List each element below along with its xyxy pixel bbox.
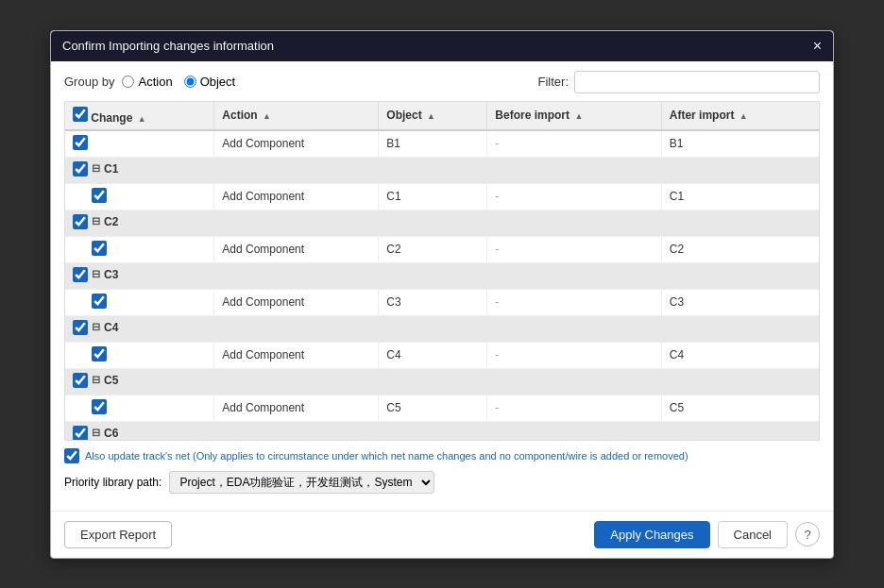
- filter-input[interactable]: [574, 71, 820, 93]
- dialog-footer: Export Report Apply Changes Cancel ?: [51, 511, 833, 558]
- row-after: C2: [661, 236, 819, 262]
- row-object: C4: [379, 342, 487, 368]
- group-checkbox[interactable]: [73, 426, 88, 441]
- radio-group: Action Object: [122, 75, 235, 89]
- after-sort-icon: ▲: [740, 111, 748, 121]
- group-checkbox[interactable]: [73, 373, 88, 388]
- row-checkbox-cell: [65, 342, 214, 368]
- row-action: Add Component: [214, 342, 379, 368]
- row-action: Add Component: [214, 395, 379, 421]
- row-action: Add Component: [214, 130, 379, 158]
- changes-table-container: Change ▲ Action ▲ Object ▲ Before impo: [64, 101, 820, 441]
- col-action: Action ▲: [214, 102, 379, 130]
- bottom-note: Also update track's net (Only applies to…: [64, 448, 820, 463]
- row-after: C3: [661, 289, 819, 315]
- priority-row: Priority library path: Project，EDA功能验证，开…: [64, 471, 820, 494]
- group-row-cell: ⊟ C2: [65, 210, 819, 236]
- table-row: ⊟ C3: [65, 262, 819, 289]
- radio-object[interactable]: Object: [184, 75, 236, 89]
- group-checkbox[interactable]: [73, 267, 88, 282]
- row-object: C1: [379, 183, 487, 210]
- group-row-cell: ⊟ C1: [65, 157, 819, 183]
- col-change: Change ▲: [65, 102, 214, 130]
- expand-icon: ⊟: [92, 321, 100, 333]
- row-before: -: [487, 236, 661, 262]
- col-before: Before import ▲: [487, 102, 661, 130]
- group-expand: ⊟ C6: [73, 426, 118, 441]
- group-expand: ⊟ C5: [73, 373, 118, 388]
- group-expand: ⊟ C4: [73, 320, 118, 335]
- bottom-note-text: Also update track's net (Only applies to…: [85, 450, 688, 462]
- row-before: -: [487, 342, 661, 368]
- row-checkbox-cell: [65, 130, 214, 158]
- group-checkbox[interactable]: [73, 161, 88, 176]
- row-object: C2: [379, 236, 487, 262]
- expand-icon: ⊟: [92, 374, 100, 386]
- apply-changes-button[interactable]: Apply Changes: [594, 521, 709, 548]
- radio-action-input[interactable]: [122, 76, 134, 88]
- group-row-cell: ⊟ C4: [65, 315, 819, 342]
- changes-table: Change ▲ Action ▲ Object ▲ Before impo: [65, 102, 819, 441]
- export-report-button[interactable]: Export Report: [64, 521, 172, 548]
- select-all-checkbox[interactable]: [73, 107, 88, 122]
- priority-select[interactable]: Project，EDA功能验证，开发组测试，System: [169, 471, 434, 494]
- dialog-title: Confirm Importing changes information: [62, 39, 274, 53]
- row-after: C4: [661, 342, 819, 368]
- priority-label: Priority library path:: [64, 476, 162, 489]
- row-action: Add Component: [214, 236, 379, 262]
- row-checkbox-cell: [65, 183, 214, 210]
- radio-action-label: Action: [138, 75, 172, 89]
- radio-action[interactable]: Action: [122, 75, 172, 89]
- row-object: C3: [379, 289, 487, 315]
- table-row: ⊟ C5: [65, 368, 819, 395]
- object-sort-icon: ▲: [427, 111, 435, 121]
- row-checkbox-cell: [65, 289, 214, 315]
- group-by-label: Group by: [64, 75, 114, 89]
- close-button[interactable]: ×: [813, 39, 822, 54]
- table-row: Add Component C4 - C4: [65, 342, 819, 368]
- expand-icon: ⊟: [92, 268, 100, 280]
- row-before: -: [487, 183, 661, 210]
- row-checkbox-cell: [65, 236, 214, 262]
- group-by-section: Group by Action Object: [64, 75, 235, 89]
- group-checkbox[interactable]: [73, 214, 88, 229]
- expand-icon: ⊟: [92, 162, 100, 175]
- before-sort-icon: ▲: [574, 111, 583, 121]
- row-checkbox[interactable]: [92, 188, 107, 203]
- table-row: Add Component C1 - C1: [65, 183, 819, 210]
- table-row: ⊟ C6: [65, 421, 819, 441]
- row-after: B1: [661, 130, 819, 158]
- row-checkbox-cell: [65, 395, 214, 421]
- table-row: Add Component C2 - C2: [65, 236, 819, 262]
- cancel-button[interactable]: Cancel: [718, 521, 788, 548]
- row-checkbox[interactable]: [92, 241, 107, 256]
- filter-row: Filter:: [538, 71, 821, 93]
- row-after: C1: [661, 183, 819, 210]
- row-checkbox[interactable]: [73, 135, 88, 150]
- change-sort-icon: ▲: [138, 114, 146, 124]
- help-button[interactable]: ?: [795, 522, 820, 546]
- row-action: Add Component: [214, 183, 379, 210]
- group-expand: ⊟ C3: [73, 267, 118, 282]
- dialog-body: Group by Action Object Filter:: [51, 61, 833, 511]
- action-sort-icon: ▲: [263, 111, 271, 121]
- group-expand: ⊟ C2: [73, 214, 118, 229]
- table-row: Add Component C3 - C3: [65, 289, 819, 315]
- radio-object-input[interactable]: [184, 76, 196, 88]
- expand-icon: ⊟: [92, 215, 100, 227]
- row-checkbox[interactable]: [92, 294, 107, 309]
- table-row: Add Component B1 - B1: [65, 130, 819, 158]
- table-row: ⊟ C1: [65, 157, 819, 183]
- update-net-checkbox[interactable]: [64, 448, 79, 463]
- col-after: After import ▲: [661, 102, 819, 130]
- footer-right: Apply Changes Cancel ?: [594, 521, 820, 548]
- table-row: ⊟ C2: [65, 210, 819, 236]
- confirm-import-dialog: Confirm Importing changes information × …: [50, 30, 834, 559]
- radio-object-label: Object: [200, 75, 236, 89]
- group-checkbox[interactable]: [73, 320, 88, 335]
- row-checkbox[interactable]: [92, 346, 107, 361]
- row-object: B1: [379, 130, 487, 158]
- row-checkbox[interactable]: [92, 399, 107, 414]
- row-before: -: [487, 130, 661, 158]
- filter-label: Filter:: [538, 75, 570, 89]
